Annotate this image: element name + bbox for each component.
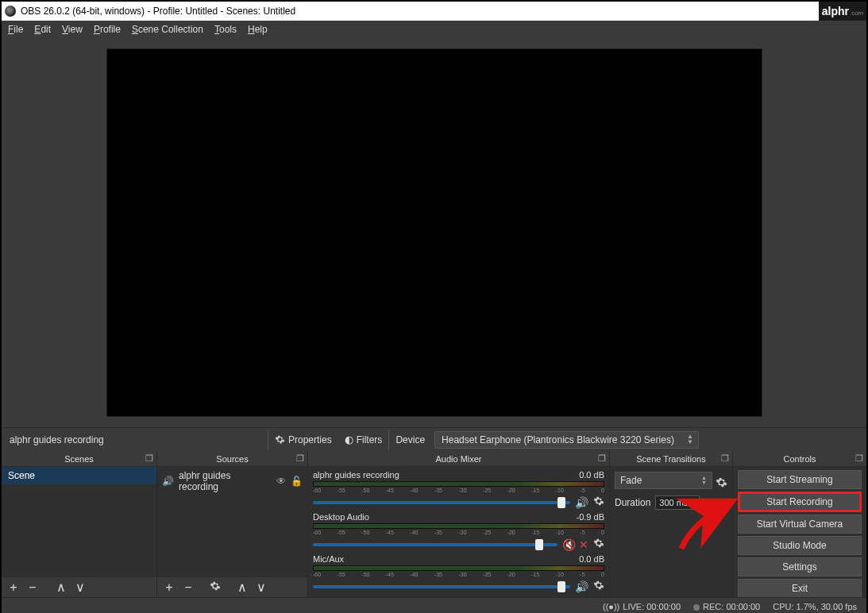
channel-settings-button[interactable] bbox=[593, 495, 604, 509]
scenes-dock: Scenes❐ Scene + − ∧ ∨ bbox=[2, 451, 157, 597]
broadcast-icon: ((●)) bbox=[603, 602, 619, 611]
obs-app-icon bbox=[5, 6, 16, 17]
channel-db: -0.9 dB bbox=[577, 512, 604, 522]
source-item[interactable]: 🔊 alphr guides recording 👁 🔓 bbox=[157, 467, 307, 495]
controls-dock: Controls❐ Start StreamingStart Recording… bbox=[733, 451, 866, 597]
device-label: Device bbox=[389, 434, 431, 445]
channel-settings-button[interactable] bbox=[593, 538, 604, 551]
scene-item[interactable]: Scene bbox=[2, 467, 156, 484]
updown-icon[interactable]: ▲▼ bbox=[708, 498, 713, 507]
popout-icon[interactable]: ❐ bbox=[855, 453, 863, 464]
live-status: ((●))LIVE: 00:00:00 bbox=[603, 602, 681, 611]
menu-edit[interactable]: Edit bbox=[34, 24, 51, 35]
channel-name: Mic/Aux bbox=[313, 554, 344, 564]
gear-icon bbox=[275, 434, 285, 445]
mute-button[interactable]: 🔊 bbox=[575, 580, 588, 593]
start-recording-button[interactable]: Start Recording bbox=[738, 492, 862, 512]
mixer-channel: Mic/Aux0.0 dB -60-55-50-45-40-35-30-25-2… bbox=[313, 554, 604, 593]
sources-dock: Sources❐ 🔊 alphr guides recording 👁 🔓 + … bbox=[157, 451, 308, 597]
audio-mixer-dock: Audio Mixer❐ alphr guides recording0.0 d… bbox=[308, 451, 610, 597]
mixer-channel: Desktop Audio-0.9 dB -60-55-50-45-40-35-… bbox=[313, 512, 604, 551]
volume-slider[interactable] bbox=[313, 543, 557, 546]
remove-source-button[interactable]: − bbox=[181, 580, 195, 595]
vu-meter bbox=[313, 523, 604, 529]
preview-canvas[interactable] bbox=[106, 48, 762, 417]
source-toolbar: alphr guides recording Properties ◐ Filt… bbox=[2, 427, 866, 451]
menu-help[interactable]: Help bbox=[248, 24, 268, 35]
visibility-icon[interactable]: 👁 bbox=[276, 476, 286, 487]
selected-source-label: alphr guides recording bbox=[2, 434, 268, 445]
popout-icon[interactable]: ❐ bbox=[598, 453, 606, 464]
popout-icon[interactable]: ❐ bbox=[145, 453, 153, 464]
source-properties-button[interactable] bbox=[208, 580, 222, 594]
menu-view[interactable]: View bbox=[62, 24, 83, 35]
preview-area bbox=[2, 38, 866, 427]
channel-settings-button[interactable] bbox=[593, 580, 604, 593]
properties-button[interactable]: Properties bbox=[268, 434, 338, 445]
settings-button[interactable]: Settings bbox=[738, 557, 862, 576]
add-source-button[interactable]: + bbox=[162, 580, 176, 595]
scene-down-button[interactable]: ∨ bbox=[73, 580, 87, 595]
titlebar: OBS 26.0.2 (64-bit, windows) - Profile: … bbox=[2, 2, 866, 21]
device-select[interactable]: Headset Earphone (Plantronics Blackwire … bbox=[434, 431, 699, 449]
transition-properties-button[interactable] bbox=[716, 476, 727, 491]
updown-icon: ▲▼ bbox=[701, 476, 707, 485]
vu-meter bbox=[313, 481, 604, 487]
remove-scene-button[interactable]: − bbox=[25, 580, 40, 595]
scenes-header: Scenes bbox=[64, 454, 94, 464]
volume-slider[interactable] bbox=[313, 585, 570, 588]
menu-tools[interactable]: Tools bbox=[214, 24, 237, 35]
sources-header: Sources bbox=[216, 454, 248, 464]
channel-db: 0.0 dB bbox=[579, 554, 604, 564]
controls-header: Controls bbox=[784, 454, 816, 464]
mute-button[interactable]: 🔇 ✕ bbox=[562, 538, 588, 551]
scene-up-button[interactable]: ∧ bbox=[54, 580, 68, 595]
popout-icon[interactable]: ❐ bbox=[721, 453, 729, 464]
mixer-channel: alphr guides recording0.0 dB -60-55-50-4… bbox=[313, 470, 604, 509]
start-streaming-button[interactable]: Start Streaming bbox=[738, 470, 862, 489]
menubar: File Edit View Profile Scene Collection … bbox=[2, 21, 866, 38]
rec-status: REC: 00:00:00 bbox=[693, 602, 760, 611]
filters-icon: ◐ bbox=[345, 434, 353, 445]
filters-button[interactable]: ◐ Filters bbox=[338, 434, 389, 445]
transitions-header: Scene Transitions bbox=[636, 454, 705, 464]
transition-select[interactable]: Fade ▲▼ bbox=[615, 472, 712, 489]
studio-mode-button[interactable]: Studio Mode bbox=[738, 536, 862, 555]
source-down-button[interactable]: ∨ bbox=[254, 580, 268, 595]
channel-name: Desktop Audio bbox=[313, 512, 369, 522]
duration-input[interactable]: 300 ms bbox=[655, 495, 700, 510]
cpu-status: CPU: 1.7%, 30.00 fps bbox=[773, 602, 857, 611]
window-title: OBS 26.0.2 (64-bit, windows) - Profile: … bbox=[21, 6, 295, 17]
popout-icon[interactable]: ❐ bbox=[296, 453, 304, 464]
volume-slider[interactable] bbox=[313, 501, 570, 504]
statusbar: ((●))LIVE: 00:00:00 REC: 00:00:00 CPU: 1… bbox=[2, 597, 866, 613]
mixer-header: Audio Mixer bbox=[435, 454, 481, 464]
duration-label: Duration bbox=[615, 497, 650, 508]
vu-meter bbox=[313, 565, 604, 571]
exit-button[interactable]: Exit bbox=[738, 579, 862, 597]
channel-name: alphr guides recording bbox=[313, 470, 399, 480]
mute-button[interactable]: 🔊 bbox=[575, 496, 588, 509]
alphr-logo: alphr.com bbox=[819, 2, 866, 21]
speaker-icon: 🔊 bbox=[162, 476, 174, 487]
updown-icon: ▲▼ bbox=[687, 434, 693, 445]
source-up-button[interactable]: ∧ bbox=[235, 580, 249, 595]
menu-file[interactable]: File bbox=[8, 24, 23, 35]
channel-db: 0.0 dB bbox=[579, 470, 604, 480]
menu-profile[interactable]: Profile bbox=[94, 24, 121, 35]
record-dot-icon bbox=[693, 604, 700, 611]
add-scene-button[interactable]: + bbox=[6, 580, 21, 595]
start-virtual-camera-button[interactable]: Start Virtual Camera bbox=[738, 515, 862, 534]
menu-scene-collection[interactable]: Scene Collection bbox=[132, 24, 203, 35]
transitions-dock: Scene Transitions❐ Fade ▲▼ Duration 300 … bbox=[610, 451, 733, 597]
lock-icon[interactable]: 🔓 bbox=[291, 476, 303, 487]
